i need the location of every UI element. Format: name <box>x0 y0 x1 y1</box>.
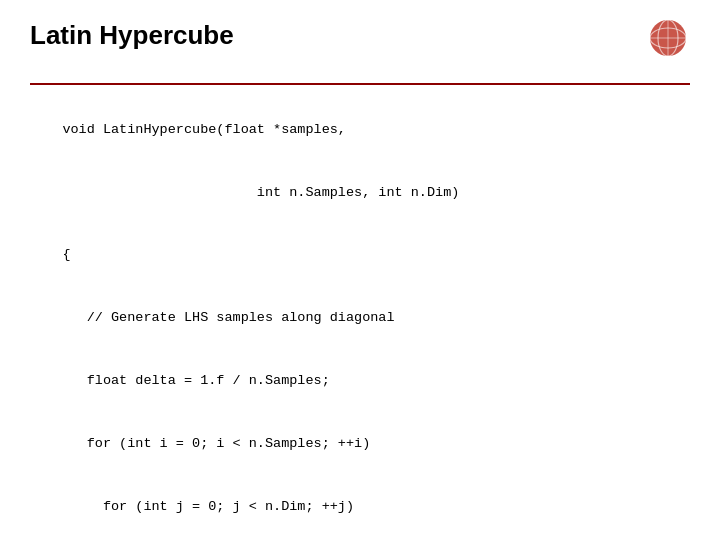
slide-title: Latin Hypercube <box>30 20 234 51</box>
code-block: void LatinHypercube(float *samples, int … <box>30 99 690 540</box>
code-line-4: // Generate LHS samples along diagonal <box>62 310 394 325</box>
code-line-5: float delta = 1.f / n.Samples; <box>62 373 329 388</box>
code-line-2: int n.Samples, int n.Dim) <box>62 185 459 200</box>
title-area: Latin Hypercube <box>30 20 690 75</box>
code-line-1: void LatinHypercube(float *samples, <box>62 122 346 137</box>
code-line-6: for (int i = 0; i < n.Samples; ++i) <box>62 436 370 451</box>
slide-container: Latin Hypercube void LatinHypercube(floa… <box>0 0 720 540</box>
code-line-7: for (int j = 0; j < n.Dim; ++j) <box>62 499 354 514</box>
title-divider <box>30 83 690 85</box>
code-line-3: { <box>62 247 70 262</box>
logo-icon <box>630 20 690 75</box>
